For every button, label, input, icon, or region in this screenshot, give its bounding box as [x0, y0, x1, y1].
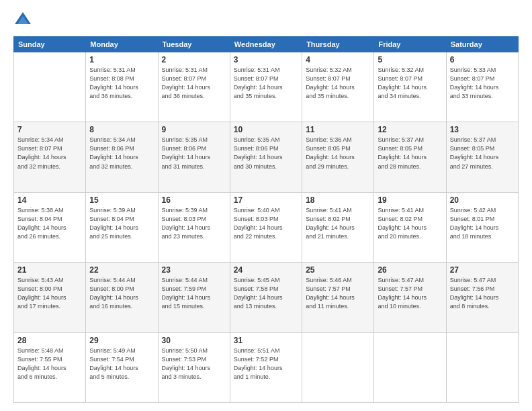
calendar-cell	[374, 332, 446, 402]
weekday-header-saturday: Saturday	[446, 37, 518, 52]
logo	[13, 11, 35, 30]
day-number: 4	[306, 55, 370, 64]
calendar-cell: 18Sunrise: 5:41 AM Sunset: 8:02 PM Dayli…	[302, 192, 374, 262]
calendar-cell: 29Sunrise: 5:49 AM Sunset: 7:54 PM Dayli…	[86, 332, 158, 402]
calendar-cell: 1Sunrise: 5:31 AM Sunset: 8:08 PM Daylig…	[86, 52, 158, 122]
calendar-cell: 13Sunrise: 5:37 AM Sunset: 8:05 PM Dayli…	[446, 122, 518, 192]
day-number: 12	[378, 125, 442, 134]
week-row-4: 21Sunrise: 5:43 AM Sunset: 8:00 PM Dayli…	[14, 263, 519, 332]
calendar-cell: 23Sunrise: 5:44 AM Sunset: 7:59 PM Dayli…	[158, 263, 230, 332]
calendar-cell: 21Sunrise: 5:43 AM Sunset: 8:00 PM Dayli…	[14, 263, 86, 332]
day-number: 18	[306, 195, 370, 205]
day-info: Sunrise: 5:34 AM Sunset: 8:07 PM Dayligh…	[17, 136, 82, 171]
calendar-cell: 9Sunrise: 5:35 AM Sunset: 8:06 PM Daylig…	[158, 122, 230, 192]
day-number: 13	[450, 125, 515, 134]
calendar-cell: 14Sunrise: 5:38 AM Sunset: 8:04 PM Dayli…	[14, 192, 86, 262]
calendar-cell: 31Sunrise: 5:51 AM Sunset: 7:52 PM Dayli…	[230, 332, 302, 402]
day-info: Sunrise: 5:47 AM Sunset: 7:57 PM Dayligh…	[378, 276, 442, 311]
calendar-cell: 10Sunrise: 5:35 AM Sunset: 8:06 PM Dayli…	[230, 122, 302, 192]
page: SundayMondayTuesdayWednesdayThursdayFrid…	[0, 0, 532, 411]
weekday-header-thursday: Thursday	[302, 37, 374, 52]
day-info: Sunrise: 5:35 AM Sunset: 8:06 PM Dayligh…	[234, 136, 298, 171]
day-number: 19	[378, 195, 442, 205]
calendar-cell: 6Sunrise: 5:33 AM Sunset: 8:07 PM Daylig…	[446, 52, 518, 122]
calendar-cell: 11Sunrise: 5:36 AM Sunset: 8:05 PM Dayli…	[302, 122, 374, 192]
day-number: 15	[89, 195, 154, 205]
day-info: Sunrise: 5:42 AM Sunset: 8:01 PM Dayligh…	[450, 206, 515, 241]
day-number: 5	[378, 55, 442, 64]
day-info: Sunrise: 5:44 AM Sunset: 8:00 PM Dayligh…	[89, 276, 154, 311]
day-info: Sunrise: 5:48 AM Sunset: 7:55 PM Dayligh…	[17, 347, 82, 381]
day-number: 11	[306, 125, 370, 134]
calendar-cell	[446, 332, 518, 402]
day-number: 30	[162, 336, 226, 345]
week-row-1: 1Sunrise: 5:31 AM Sunset: 8:08 PM Daylig…	[14, 52, 519, 122]
day-info: Sunrise: 5:31 AM Sunset: 8:07 PM Dayligh…	[162, 66, 226, 101]
header	[13, 11, 519, 30]
calendar-cell: 22Sunrise: 5:44 AM Sunset: 8:00 PM Dayli…	[86, 263, 158, 332]
week-row-5: 28Sunrise: 5:48 AM Sunset: 7:55 PM Dayli…	[14, 332, 519, 402]
day-number: 9	[162, 125, 226, 134]
day-info: Sunrise: 5:51 AM Sunset: 7:52 PM Dayligh…	[234, 347, 298, 381]
calendar-cell: 17Sunrise: 5:40 AM Sunset: 8:03 PM Dayli…	[230, 192, 302, 262]
calendar-cell: 3Sunrise: 5:31 AM Sunset: 8:07 PM Daylig…	[230, 52, 302, 122]
calendar-table: SundayMondayTuesdayWednesdayThursdayFrid…	[13, 36, 519, 403]
day-number: 3	[234, 55, 298, 64]
day-number: 10	[234, 125, 298, 134]
day-number: 27	[450, 265, 515, 275]
calendar-cell: 26Sunrise: 5:47 AM Sunset: 7:57 PM Dayli…	[374, 263, 446, 332]
day-info: Sunrise: 5:35 AM Sunset: 8:06 PM Dayligh…	[162, 136, 226, 171]
calendar-cell: 15Sunrise: 5:39 AM Sunset: 8:04 PM Dayli…	[86, 192, 158, 262]
day-info: Sunrise: 5:50 AM Sunset: 7:53 PM Dayligh…	[162, 347, 226, 381]
week-row-3: 14Sunrise: 5:38 AM Sunset: 8:04 PM Dayli…	[14, 192, 519, 262]
day-info: Sunrise: 5:47 AM Sunset: 7:56 PM Dayligh…	[450, 276, 515, 311]
day-info: Sunrise: 5:45 AM Sunset: 7:58 PM Dayligh…	[234, 276, 298, 311]
calendar-cell: 25Sunrise: 5:46 AM Sunset: 7:57 PM Dayli…	[302, 263, 374, 332]
day-number: 14	[17, 195, 82, 205]
day-info: Sunrise: 5:49 AM Sunset: 7:54 PM Dayligh…	[89, 347, 154, 381]
calendar-cell: 28Sunrise: 5:48 AM Sunset: 7:55 PM Dayli…	[14, 332, 86, 402]
day-info: Sunrise: 5:32 AM Sunset: 8:07 PM Dayligh…	[306, 66, 370, 101]
day-number: 28	[17, 336, 82, 345]
day-info: Sunrise: 5:32 AM Sunset: 8:07 PM Dayligh…	[378, 66, 442, 101]
day-info: Sunrise: 5:40 AM Sunset: 8:03 PM Dayligh…	[234, 206, 298, 241]
day-number: 22	[89, 265, 154, 275]
weekday-header-monday: Monday	[86, 37, 158, 52]
day-number: 21	[17, 265, 82, 275]
weekday-header-sunday: Sunday	[14, 37, 86, 52]
day-info: Sunrise: 5:31 AM Sunset: 8:07 PM Dayligh…	[234, 66, 298, 101]
day-number: 16	[162, 195, 226, 205]
calendar-cell: 12Sunrise: 5:37 AM Sunset: 8:05 PM Dayli…	[374, 122, 446, 192]
weekday-header-row: SundayMondayTuesdayWednesdayThursdayFrid…	[14, 37, 519, 52]
day-info: Sunrise: 5:39 AM Sunset: 8:04 PM Dayligh…	[89, 206, 154, 241]
day-info: Sunrise: 5:39 AM Sunset: 8:03 PM Dayligh…	[162, 206, 226, 241]
calendar-cell: 20Sunrise: 5:42 AM Sunset: 8:01 PM Dayli…	[446, 192, 518, 262]
day-number: 31	[234, 336, 298, 345]
calendar-cell: 4Sunrise: 5:32 AM Sunset: 8:07 PM Daylig…	[302, 52, 374, 122]
day-number: 23	[162, 265, 226, 275]
weekday-header-tuesday: Tuesday	[158, 37, 230, 52]
day-info: Sunrise: 5:33 AM Sunset: 8:07 PM Dayligh…	[450, 66, 515, 101]
day-info: Sunrise: 5:41 AM Sunset: 8:02 PM Dayligh…	[378, 206, 442, 241]
day-number: 29	[89, 336, 154, 345]
day-info: Sunrise: 5:37 AM Sunset: 8:05 PM Dayligh…	[378, 136, 442, 171]
weekday-header-wednesday: Wednesday	[230, 37, 302, 52]
day-info: Sunrise: 5:31 AM Sunset: 8:08 PM Dayligh…	[89, 66, 154, 101]
calendar-cell: 19Sunrise: 5:41 AM Sunset: 8:02 PM Dayli…	[374, 192, 446, 262]
calendar-cell: 30Sunrise: 5:50 AM Sunset: 7:53 PM Dayli…	[158, 332, 230, 402]
day-info: Sunrise: 5:38 AM Sunset: 8:04 PM Dayligh…	[17, 206, 82, 241]
logo-icon	[13, 11, 32, 30]
day-info: Sunrise: 5:36 AM Sunset: 8:05 PM Dayligh…	[306, 136, 370, 171]
calendar-cell: 2Sunrise: 5:31 AM Sunset: 8:07 PM Daylig…	[158, 52, 230, 122]
day-number: 6	[450, 55, 515, 64]
day-info: Sunrise: 5:43 AM Sunset: 8:00 PM Dayligh…	[17, 276, 82, 311]
calendar-cell: 27Sunrise: 5:47 AM Sunset: 7:56 PM Dayli…	[446, 263, 518, 332]
week-row-2: 7Sunrise: 5:34 AM Sunset: 8:07 PM Daylig…	[14, 122, 519, 192]
day-number: 26	[378, 265, 442, 275]
day-info: Sunrise: 5:37 AM Sunset: 8:05 PM Dayligh…	[450, 136, 515, 171]
calendar-cell: 8Sunrise: 5:34 AM Sunset: 8:06 PM Daylig…	[86, 122, 158, 192]
calendar-cell: 24Sunrise: 5:45 AM Sunset: 7:58 PM Dayli…	[230, 263, 302, 332]
day-info: Sunrise: 5:41 AM Sunset: 8:02 PM Dayligh…	[306, 206, 370, 241]
calendar-cell: 5Sunrise: 5:32 AM Sunset: 8:07 PM Daylig…	[374, 52, 446, 122]
day-number: 24	[234, 265, 298, 275]
